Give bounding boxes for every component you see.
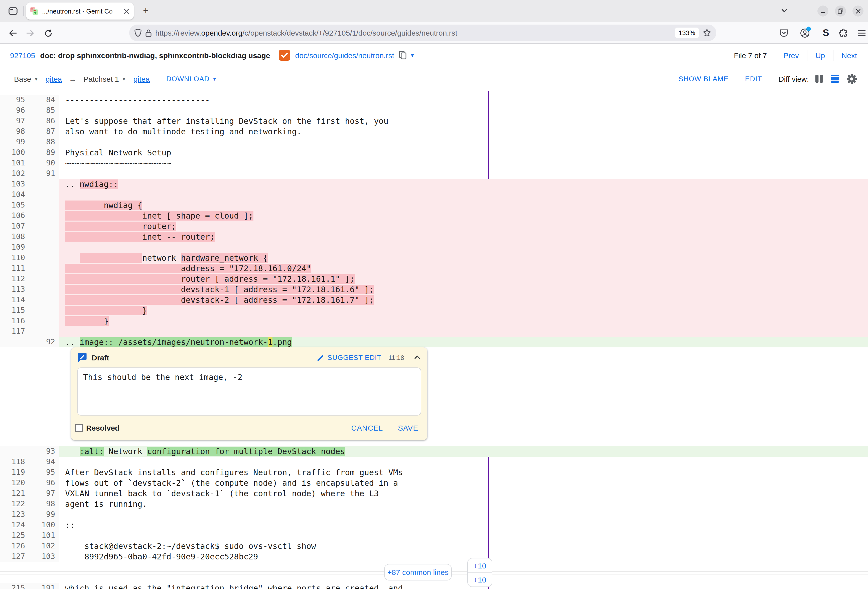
patchset-gitea-link[interactable]: gitea <box>133 74 150 83</box>
line-number-left[interactable]: 116 <box>0 316 29 326</box>
collapse-chevron-icon[interactable] <box>413 354 421 361</box>
file-reviewed-checkbox[interactable] <box>279 50 290 61</box>
resolved-checkbox[interactable] <box>75 424 83 432</box>
line-number-right[interactable]: 100 <box>29 520 59 530</box>
window-maximize-button[interactable] <box>835 6 846 16</box>
line-number-right[interactable]: 97 <box>29 488 59 499</box>
line-number-right[interactable] <box>29 242 59 253</box>
lock-icon[interactable] <box>145 29 152 37</box>
line-number-left[interactable]: 113 <box>0 284 29 295</box>
line-number-right[interactable] <box>29 316 59 326</box>
reload-icon[interactable] <box>42 28 54 38</box>
line-number-left[interactable]: 127 <box>0 551 29 562</box>
line-number-left[interactable]: 126 <box>0 541 29 551</box>
line-number-left[interactable]: 107 <box>0 221 29 232</box>
line-number-left[interactable]: 104 <box>0 189 29 200</box>
line-number-right[interactable] <box>29 221 59 232</box>
line-number-right[interactable] <box>29 179 59 189</box>
line-number-left[interactable]: 103 <box>0 179 29 189</box>
line-number-right[interactable] <box>29 326 59 337</box>
expand-above-button[interactable]: +10 <box>468 558 492 573</box>
line-number-right[interactable]: 95 <box>29 467 59 478</box>
line-number-left[interactable]: 96 <box>0 105 29 116</box>
line-number-right[interactable]: 103 <box>29 551 59 562</box>
line-number-right[interactable] <box>29 274 59 284</box>
browser-tab[interactable]: .../neutron.rst · Gerrit Co <box>26 3 134 19</box>
line-number-left[interactable]: 215 <box>0 583 29 589</box>
line-number-right[interactable] <box>29 305 59 316</box>
base-gitea-link[interactable]: gitea <box>46 74 62 83</box>
line-number-right[interactable]: 90 <box>29 158 59 169</box>
line-number-right[interactable]: 191 <box>29 583 59 589</box>
next-file-link[interactable]: Next <box>841 51 857 59</box>
line-number-right[interactable]: 93 <box>29 446 59 457</box>
copy-icon[interactable] <box>399 50 407 60</box>
zoom-level-badge[interactable]: 133% <box>675 28 699 38</box>
line-number-left[interactable]: 115 <box>0 305 29 316</box>
line-number-right[interactable] <box>29 284 59 295</box>
line-number-right[interactable]: 84 <box>29 95 59 105</box>
line-number-left[interactable]: 99 <box>0 137 29 147</box>
line-number-left[interactable]: 97 <box>0 116 29 126</box>
tab-close-icon[interactable] <box>122 7 130 15</box>
prev-file-link[interactable]: Prev <box>783 51 799 59</box>
line-number-left[interactable]: 114 <box>0 295 29 305</box>
line-number-left[interactable]: 120 <box>0 478 29 488</box>
line-number-left[interactable]: 118 <box>0 457 29 467</box>
line-number-left[interactable]: 109 <box>0 242 29 253</box>
line-number-right[interactable] <box>29 263 59 274</box>
line-number-right[interactable] <box>29 232 59 242</box>
line-number-left[interactable]: 95 <box>0 95 29 105</box>
unified-view-icon[interactable] <box>830 74 840 83</box>
shield-icon[interactable] <box>134 28 142 37</box>
edit-button[interactable]: EDIT <box>745 75 762 83</box>
window-minimize-button[interactable] <box>818 6 828 16</box>
url-field[interactable]: https://review.opendev.org/c/openstack/d… <box>129 25 716 41</box>
line-number-right[interactable]: 85 <box>29 105 59 116</box>
s-extension-icon[interactable]: S <box>819 27 833 39</box>
tab-list-chevron-icon[interactable] <box>780 6 790 16</box>
line-number-left[interactable]: 122 <box>0 499 29 509</box>
side-by-side-icon[interactable] <box>815 74 824 83</box>
bookmark-star-icon[interactable] <box>703 28 711 37</box>
line-number-right[interactable] <box>29 189 59 200</box>
window-close-button[interactable] <box>852 6 864 16</box>
line-number-right[interactable]: 98 <box>29 499 59 509</box>
line-number-left[interactable]: 119 <box>0 467 29 478</box>
line-number-left[interactable] <box>0 446 29 457</box>
line-number-left[interactable]: 121 <box>0 488 29 499</box>
comment-input[interactable]: This should be the next image, -2 <box>77 367 421 416</box>
line-number-right[interactable]: 96 <box>29 478 59 488</box>
file-dropdown-caret-icon[interactable]: ▼ <box>410 52 415 58</box>
back-icon[interactable] <box>7 28 19 38</box>
line-number-left[interactable]: 110 <box>0 253 29 263</box>
new-tab-button[interactable]: + <box>139 4 152 17</box>
line-number-left[interactable]: 102 <box>0 169 29 179</box>
cancel-button[interactable]: CANCEL <box>351 423 383 432</box>
line-number-right[interactable]: 91 <box>29 169 59 179</box>
line-number-right[interactable]: 88 <box>29 137 59 147</box>
extensions-puzzle-icon[interactable] <box>837 27 850 39</box>
line-number-right[interactable]: 102 <box>29 541 59 551</box>
line-number-left[interactable]: 117 <box>0 326 29 337</box>
account-icon[interactable] <box>799 27 811 39</box>
line-number-left[interactable]: 98 <box>0 126 29 137</box>
show-blame-button[interactable]: SHOW BLAME <box>678 75 729 83</box>
line-number-left[interactable] <box>0 337 29 348</box>
pocket-icon[interactable] <box>777 27 790 39</box>
line-number-left[interactable]: 125 <box>0 530 29 541</box>
line-number-right[interactable]: 86 <box>29 116 59 126</box>
line-number-left[interactable]: 123 <box>0 509 29 520</box>
change-number-link[interactable]: 927105 <box>10 51 35 59</box>
line-number-right[interactable]: 99 <box>29 509 59 520</box>
line-number-left[interactable]: 100 <box>0 147 29 158</box>
line-number-right[interactable]: 94 <box>29 457 59 467</box>
line-number-left[interactable]: 112 <box>0 274 29 284</box>
tab-overview-icon[interactable] <box>7 6 19 16</box>
line-number-right[interactable]: 92 <box>29 337 59 348</box>
up-link[interactable]: Up <box>815 51 825 59</box>
file-path-link[interactable]: doc/source/guides/neutron.rst <box>295 51 394 59</box>
line-number-left[interactable]: 101 <box>0 158 29 169</box>
download-button[interactable]: DOWNLOAD▼ <box>166 75 217 83</box>
line-number-left[interactable]: 106 <box>0 210 29 221</box>
